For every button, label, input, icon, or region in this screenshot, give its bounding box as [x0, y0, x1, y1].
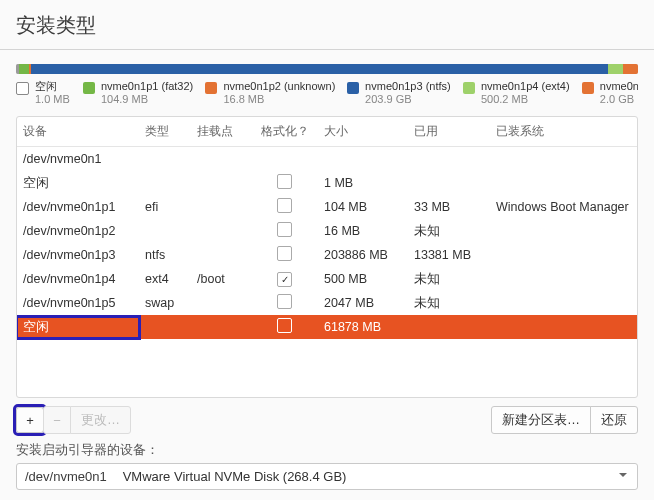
- cell-mount: [191, 181, 251, 185]
- cell-device: /dev/nvme0n1p4: [17, 270, 139, 288]
- legend-size: 500.2 MB: [481, 93, 570, 106]
- cell-device: /dev/nvme0n1: [17, 150, 139, 168]
- cell-mount: /boot: [191, 270, 251, 288]
- cell-used: 33 MB: [408, 198, 490, 216]
- cell-type: [139, 157, 191, 161]
- cell-used: 未知: [408, 293, 490, 314]
- legend-item: nvme0n1p4 (ext4)500.2 MB: [463, 80, 568, 106]
- format-checkbox[interactable]: [277, 222, 292, 237]
- cell-sys: [490, 253, 637, 257]
- col-format[interactable]: 格式化？: [251, 117, 318, 146]
- table-row[interactable]: /dev/nvme0n1p3ntfs203886 MB13381 MB: [17, 243, 637, 267]
- legend-name: nvme0n1p2 (unknown): [223, 80, 335, 93]
- usage-segment: [608, 64, 622, 74]
- legend-name: nvme0n: [600, 80, 638, 93]
- cell-size: 500 MB: [318, 270, 408, 288]
- bootloader-desc: VMware Virtual NVMe Disk (268.4 GB): [123, 469, 347, 484]
- cell-size: 61878 MB: [318, 318, 408, 336]
- legend-swatch: [83, 82, 95, 94]
- table-row[interactable]: 空闲61878 MB: [17, 315, 637, 339]
- cell-mount: [191, 325, 251, 329]
- legend-name: nvme0n1p4 (ext4): [481, 80, 570, 93]
- cell-size: 1 MB: [318, 174, 408, 192]
- table-body[interactable]: /dev/nvme0n1空闲1 MB/dev/nvme0n1p1efi104 M…: [17, 147, 637, 397]
- cell-format[interactable]: [251, 172, 318, 194]
- table-header: 设备 类型 挂载点 格式化？ 大小 已用 已装系统: [17, 117, 637, 147]
- cell-used: 未知: [408, 221, 490, 242]
- bootloader-device-combo[interactable]: /dev/nvme0n1 VMware Virtual NVMe Disk (2…: [16, 463, 638, 490]
- cell-format[interactable]: [251, 292, 318, 314]
- col-sys[interactable]: 已装系统: [490, 117, 637, 146]
- cell-mount: [191, 301, 251, 305]
- format-checkbox[interactable]: [277, 174, 292, 189]
- cell-size: 203886 MB: [318, 246, 408, 264]
- cell-mount: [191, 229, 251, 233]
- cell-type: swap: [139, 294, 191, 312]
- legend-text: 空闲1.0 MB: [35, 80, 70, 106]
- legend-swatch: [205, 82, 217, 94]
- format-checkbox[interactable]: [277, 246, 292, 261]
- legend-swatch: [463, 82, 475, 94]
- format-checkbox[interactable]: [277, 294, 292, 309]
- legend-text: nvme0n1p2 (unknown)16.8 MB: [223, 80, 335, 106]
- partition-table: 设备 类型 挂载点 格式化？ 大小 已用 已装系统 /dev/nvme0n1空闲…: [16, 116, 638, 398]
- cell-size: 16 MB: [318, 222, 408, 240]
- cell-sys: [490, 229, 637, 233]
- new-partition-table-button[interactable]: 新建分区表…: [491, 406, 591, 434]
- format-checkbox[interactable]: [277, 318, 292, 333]
- table-row[interactable]: /dev/nvme0n1p4ext4/boot✓500 MB未知: [17, 267, 637, 291]
- remove-partition-button[interactable]: −: [43, 406, 71, 434]
- cell-format[interactable]: [251, 316, 318, 338]
- table-row[interactable]: /dev/nvme0n1p1efi104 MB33 MBWindows Boot…: [17, 195, 637, 219]
- legend-swatch: [582, 82, 594, 94]
- format-checkbox[interactable]: [277, 198, 292, 213]
- col-type[interactable]: 类型: [139, 117, 191, 146]
- revert-button[interactable]: 还原: [590, 406, 638, 434]
- cell-size: 104 MB: [318, 198, 408, 216]
- cell-mount: [191, 205, 251, 209]
- usage-segment: [623, 64, 638, 74]
- legend-size: 104.9 MB: [101, 93, 193, 106]
- cell-type: ntfs: [139, 246, 191, 264]
- legend-text: nvme0n1p1 (fat32)104.9 MB: [101, 80, 193, 106]
- legend-name: nvme0n1p3 (ntfs): [365, 80, 451, 93]
- usage-bar: [16, 64, 638, 74]
- legend-size: 203.9 GB: [365, 93, 451, 106]
- col-used[interactable]: 已用: [408, 117, 490, 146]
- cell-type: [139, 181, 191, 185]
- legend-size: 16.8 MB: [223, 93, 335, 106]
- partition-toolbar: + − 更改… 新建分区表… 还原: [16, 398, 638, 440]
- cell-device: /dev/nvme0n1p3: [17, 246, 139, 264]
- cell-mount: [191, 157, 251, 161]
- table-row[interactable]: /dev/nvme0n1p5swap2047 MB未知: [17, 291, 637, 315]
- usage-legend: 空闲1.0 MBnvme0n1p1 (fat32)104.9 MBnvme0n1…: [16, 80, 638, 106]
- cell-format[interactable]: [251, 196, 318, 218]
- cell-used: [408, 325, 490, 329]
- usage-segment: [31, 64, 608, 74]
- table-row[interactable]: /dev/nvme0n1: [17, 147, 637, 171]
- cell-used: [408, 181, 490, 185]
- add-partition-button[interactable]: +: [16, 407, 44, 433]
- table-row[interactable]: /dev/nvme0n1p216 MB未知: [17, 219, 637, 243]
- table-row[interactable]: 空闲1 MB: [17, 171, 637, 195]
- col-mount[interactable]: 挂载点: [191, 117, 251, 146]
- cell-format[interactable]: [251, 220, 318, 242]
- legend-size: 2.0 GB: [600, 93, 638, 106]
- legend-item: nvme0n2.0 GB: [582, 80, 638, 106]
- cell-format[interactable]: ✓: [251, 270, 318, 290]
- col-device[interactable]: 设备: [17, 117, 139, 146]
- cell-size: 2047 MB: [318, 294, 408, 312]
- bootloader-device: /dev/nvme0n1: [25, 469, 107, 484]
- cell-device: /dev/nvme0n1p5: [17, 294, 139, 312]
- cell-sys: [490, 301, 637, 305]
- change-partition-button[interactable]: 更改…: [70, 406, 131, 434]
- format-checkbox[interactable]: ✓: [277, 272, 292, 287]
- legend-item: nvme0n1p3 (ntfs)203.9 GB: [347, 80, 449, 106]
- cell-sys: [490, 157, 637, 161]
- cell-type: ext4: [139, 270, 191, 288]
- cell-format[interactable]: [251, 244, 318, 266]
- cell-sys: [490, 277, 637, 281]
- cell-format[interactable]: [251, 157, 318, 161]
- col-size[interactable]: 大小: [318, 117, 408, 146]
- legend-swatch: [16, 82, 29, 95]
